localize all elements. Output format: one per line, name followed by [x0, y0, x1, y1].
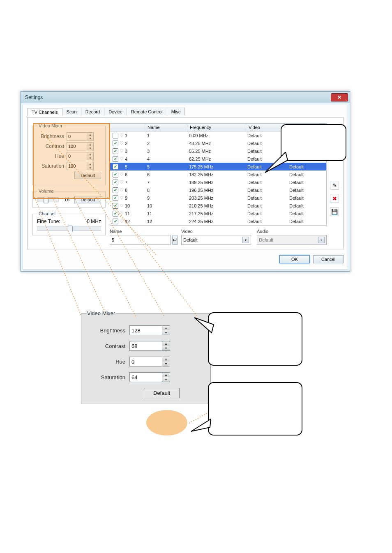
heart-icon[interactable]: ♡	[120, 187, 124, 193]
tab-record[interactable]: Record	[81, 108, 104, 115]
brightness-input[interactable]	[67, 132, 87, 141]
row-checkbox[interactable]: ✔	[113, 133, 118, 138]
tab-tv-channels[interactable]: TV Channels	[27, 108, 62, 116]
heart-icon[interactable]: ♡	[120, 164, 124, 169]
table-row[interactable]: ✔♡55175.25 MHzDefaultDefault	[110, 163, 326, 171]
apply-icon: ↵	[173, 237, 178, 243]
detail-video-combo[interactable]: Default ▼	[181, 235, 251, 245]
chevron-down-icon: ▼	[318, 237, 325, 243]
contrast-input[interactable]	[67, 142, 87, 150]
callout-1	[281, 124, 346, 161]
heart-icon[interactable]: ♡	[120, 133, 124, 138]
row-frequency: 0.00 MHz	[187, 133, 245, 138]
header-name[interactable]: Name	[145, 124, 187, 131]
detail-audio-combo[interactable]: Default ▼	[257, 235, 327, 245]
save-list-button[interactable]: 💾	[330, 207, 339, 216]
row-checkbox[interactable]: ✔	[113, 172, 118, 177]
close-button[interactable]: ✕	[331, 93, 348, 101]
fine-tune-slider[interactable]	[37, 226, 101, 231]
detail-fields: Name ↵ Video Default ▼	[110, 229, 327, 245]
saturation-down[interactable]: ▼	[87, 166, 93, 170]
row-frequency: 55.25 MHz	[187, 149, 245, 154]
table-row[interactable]: ✔♡1010210.25 MHzDefaultDefault	[110, 202, 326, 210]
row-checkbox[interactable]: ✔	[113, 187, 118, 193]
heart-icon[interactable]: ♡	[120, 203, 124, 208]
zoom-contrast-up[interactable]: ▲	[162, 341, 170, 346]
cancel-button[interactable]: Cancel	[313, 255, 344, 263]
tab-remote-control[interactable]: Remote Control	[127, 108, 167, 115]
contrast-down[interactable]: ▼	[87, 146, 93, 150]
tab-misc[interactable]: Misc	[167, 108, 185, 115]
zoom-brightness-up[interactable]: ▲	[162, 326, 170, 330]
brightness-down[interactable]: ▼	[87, 136, 93, 140]
heart-icon[interactable]: ♡	[120, 195, 124, 200]
row-checkbox[interactable]: ✔	[113, 180, 118, 185]
zoom-saturation-label: Saturation	[86, 374, 125, 380]
apply-name-button[interactable]: ↵	[172, 235, 178, 245]
row-checkbox[interactable]: ✔	[113, 148, 118, 154]
brightness-up[interactable]: ▲	[87, 133, 93, 136]
heart-icon[interactable]: ♡	[120, 219, 124, 224]
hue-down[interactable]: ▼	[87, 156, 93, 160]
row-checkbox[interactable]: ✔	[113, 164, 118, 170]
ok-button[interactable]: OK	[279, 255, 310, 263]
zoom-default-button[interactable]: Default	[144, 388, 180, 398]
row-name: 10	[145, 203, 187, 208]
row-checkbox[interactable]: ✔	[113, 195, 118, 201]
saturation-input[interactable]	[67, 162, 87, 170]
table-row[interactable]: ✔♡66182.25 MHzDefaultDefault	[110, 171, 326, 178]
row-video: Default	[245, 211, 287, 216]
zoom-saturation-up[interactable]: ▲	[162, 373, 170, 377]
volume-default-button[interactable]: Default	[74, 196, 101, 203]
video-mixer-default-button[interactable]: Default	[74, 172, 101, 179]
table-row[interactable]: ✔♡1212224.25 MHzDefaultDefault	[110, 217, 326, 225]
table-row[interactable]: ✔♡88196.25 MHzDefaultDefault	[110, 186, 326, 194]
save-icon: 💾	[331, 209, 338, 215]
row-checkbox[interactable]: ✔	[113, 141, 118, 146]
header-frequency[interactable]: Frequency	[187, 124, 246, 131]
detail-name-input[interactable]	[110, 235, 171, 245]
heart-icon[interactable]: ♡	[120, 156, 124, 161]
heart-icon[interactable]: ♡	[120, 148, 124, 154]
volume-group: Volume 16 Default	[32, 189, 106, 208]
zoom-hue-down[interactable]: ▼	[162, 362, 170, 366]
zoom-contrast-down[interactable]: ▼	[162, 346, 170, 350]
heart-icon[interactable]: ♡	[120, 141, 124, 146]
zoom-brightness-down[interactable]: ▼	[162, 330, 170, 335]
zoom-saturation-input[interactable]	[129, 372, 162, 382]
saturation-up[interactable]: ▲	[87, 162, 93, 166]
close-icon: ✕	[337, 94, 341, 100]
table-row[interactable]: ✔♡99203.25 MHzDefaultDefault	[110, 194, 326, 202]
contrast-up[interactable]: ▲	[87, 143, 93, 146]
zoom-hue-up[interactable]: ▲	[162, 357, 170, 362]
tab-device[interactable]: Device	[104, 108, 127, 115]
edit-icon: ✎	[332, 182, 337, 189]
zoom-hue-input[interactable]	[129, 357, 162, 366]
volume-slider[interactable]	[37, 197, 59, 202]
hue-up[interactable]: ▲	[87, 152, 93, 156]
zoom-contrast-input[interactable]	[129, 341, 162, 351]
heart-icon[interactable]: ♡	[120, 211, 124, 216]
row-checkbox[interactable]: ✔	[113, 156, 118, 162]
delete-channel-button[interactable]: ✖	[330, 194, 339, 203]
detail-video-value: Default	[183, 237, 198, 242]
row-checkbox[interactable]: ✔	[113, 203, 118, 209]
table-row[interactable]: ✔♡1111217.25 MHzDefaultDefault	[110, 210, 326, 217]
detail-name-label: Name	[110, 229, 175, 234]
edit-channel-button[interactable]: ✎	[330, 181, 339, 190]
zoom-brightness-input[interactable]	[129, 325, 162, 335]
contrast-label: Contrast	[37, 143, 64, 149]
chevron-down-icon: ▼	[242, 237, 249, 243]
heart-icon[interactable]: ♡	[120, 180, 124, 185]
table-row[interactable]: ✔♡77189.25 MHzDefaultDefault	[110, 178, 326, 186]
row-checkbox[interactable]: ✔	[113, 219, 118, 224]
heart-icon[interactable]: ♡	[120, 172, 124, 177]
volume-legend: Volume	[37, 189, 55, 194]
row-index: 7	[125, 180, 127, 185]
row-index: 11	[125, 211, 130, 216]
detail-audio-value: Default	[259, 237, 273, 242]
row-checkbox[interactable]: ✔	[113, 211, 118, 217]
zoom-saturation-down[interactable]: ▼	[162, 377, 170, 382]
tab-scan[interactable]: Scan	[62, 108, 81, 115]
hue-input[interactable]	[67, 152, 87, 160]
